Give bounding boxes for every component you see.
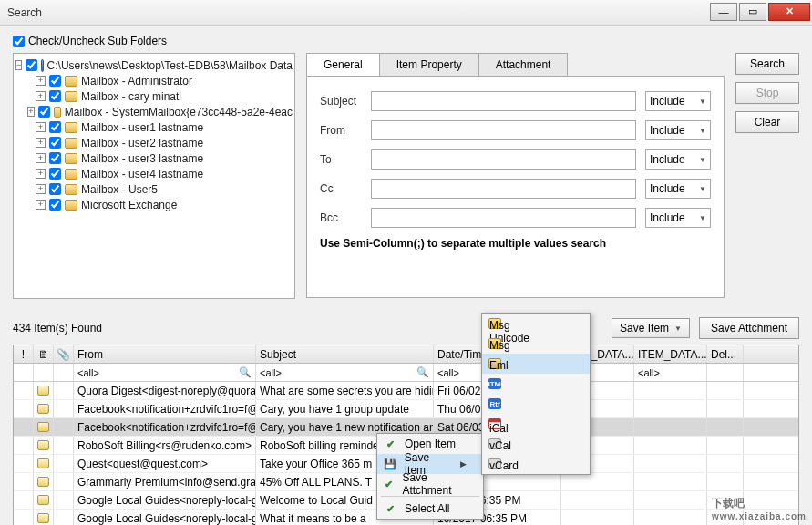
tab-general[interactable]: General bbox=[306, 53, 380, 76]
tree-node-check[interactable] bbox=[49, 137, 61, 149]
tree-node-label: Microsoft Exchange bbox=[81, 199, 177, 211]
mailbox-tree[interactable]: − C:\Users\news\Desktop\Test-EDB\58\Mail… bbox=[13, 53, 295, 299]
tab-panel-general: SubjectInclude▼FromInclude▼ToInclude▼CcI… bbox=[306, 76, 725, 298]
tab-item-property[interactable]: Item Property bbox=[379, 53, 479, 76]
menu-format-msg[interactable]: Msg bbox=[482, 334, 590, 354]
check-subfolders-box[interactable] bbox=[13, 36, 25, 47]
chevron-right-icon: ▶ bbox=[460, 459, 467, 468]
minimize-button[interactable]: — bbox=[710, 3, 737, 21]
bcc-include-select[interactable]: Include▼ bbox=[645, 208, 711, 228]
chevron-down-icon: ▼ bbox=[699, 98, 706, 106]
expand-icon[interactable]: + bbox=[36, 138, 46, 148]
menu-save-attachment[interactable]: ✔ Save Attchment bbox=[377, 474, 483, 494]
context-menu-row[interactable]: ✔ Open Item 💾 Save Item ▶ ✔ Save Attchme… bbox=[376, 433, 484, 520]
tree-node-check[interactable] bbox=[49, 75, 61, 87]
tree-node[interactable]: +Microsoft Exchange bbox=[15, 197, 293, 212]
col-subject[interactable]: Subject bbox=[256, 345, 434, 363]
tree-node[interactable]: +Mailbox - Administrator bbox=[15, 73, 293, 88]
menu-format-eml[interactable]: Eml bbox=[482, 354, 590, 374]
expand-icon[interactable]: + bbox=[36, 184, 46, 194]
menu-select-all[interactable]: ✔ Select All bbox=[377, 499, 483, 519]
stop-button[interactable]: Stop bbox=[735, 82, 799, 104]
col-item-data-2[interactable]: ITEM_DATA... bbox=[634, 345, 707, 363]
mail-icon bbox=[37, 477, 49, 487]
table-row[interactable]: Facebook<notification+zrdvifc1ro=f@f...C… bbox=[14, 400, 798, 418]
to-input[interactable] bbox=[371, 149, 636, 170]
from-include-select[interactable]: Include▼ bbox=[645, 120, 711, 140]
menu-format-html[interactable]: HTML bbox=[482, 374, 590, 394]
tree-node-check[interactable] bbox=[49, 183, 61, 195]
menu-format-ical[interactable]: iCal bbox=[482, 414, 590, 434]
to-include-select[interactable]: Include▼ bbox=[645, 149, 711, 170]
expand-icon[interactable]: + bbox=[36, 169, 46, 179]
save-icon: 💾 bbox=[383, 457, 397, 471]
format-icon: Msg bbox=[488, 338, 501, 349]
tree-node-check[interactable] bbox=[38, 106, 50, 118]
select-all-icon: ✔ bbox=[383, 501, 397, 516]
close-button[interactable]: ✕ bbox=[768, 3, 810, 21]
tree-node-label: Mailbox - User5 bbox=[81, 183, 158, 196]
subject-input[interactable] bbox=[371, 91, 636, 111]
cc-input[interactable] bbox=[371, 179, 636, 199]
expand-icon[interactable]: + bbox=[36, 153, 46, 163]
tree-node[interactable]: +Mailbox - user4 lastname bbox=[15, 166, 293, 181]
expand-icon[interactable]: + bbox=[36, 200, 46, 210]
from-input[interactable] bbox=[371, 120, 636, 140]
tree-node[interactable]: +Mailbox - User5 bbox=[15, 181, 293, 197]
menu-format-rtf[interactable]: Rtf bbox=[482, 394, 590, 414]
field-label-subject: Subject bbox=[320, 95, 371, 108]
tab-attachment[interactable]: Attachment bbox=[478, 53, 569, 76]
tree-root[interactable]: − C:\Users\news\Desktop\Test-EDB\58\Mail… bbox=[15, 57, 293, 73]
context-menu-formats[interactable]: Msg UnicodeMsgEmlHTMLRtfiCalvCalvCard bbox=[481, 313, 591, 475]
filter-from[interactable] bbox=[77, 365, 239, 380]
search-icon[interactable]: 🔍 bbox=[416, 366, 429, 378]
menu-format-vcard[interactable]: vCard bbox=[482, 454, 590, 474]
maximize-button[interactable]: ▭ bbox=[739, 3, 766, 21]
cell-subject: Cary, you have 1 group update bbox=[256, 400, 434, 417]
col-attachment[interactable]: 📎 bbox=[54, 345, 74, 363]
tree-node[interactable]: +Mailbox - cary minati bbox=[15, 88, 293, 104]
tree-root-check[interactable] bbox=[26, 59, 37, 71]
tree-node[interactable]: +Mailbox - user1 lastname bbox=[15, 119, 293, 135]
open-icon: ✔ bbox=[383, 437, 397, 451]
expand-icon[interactable]: + bbox=[36, 122, 46, 132]
clear-button[interactable]: Clear bbox=[735, 111, 799, 133]
col-deleted[interactable]: Del... bbox=[707, 345, 744, 363]
tree-node-check[interactable] bbox=[49, 199, 61, 211]
cc-include-select[interactable]: Include▼ bbox=[645, 179, 711, 199]
tree-node-check[interactable] bbox=[49, 121, 61, 133]
search-icon[interactable]: 🔍 bbox=[239, 366, 252, 378]
search-button[interactable]: Search bbox=[735, 53, 799, 75]
format-icon: vCard bbox=[488, 458, 501, 469]
tree-node[interactable]: +Mailbox - SystemMailbox{e73cc448-5a2e-4… bbox=[15, 104, 293, 119]
tree-node-label: Mailbox - user1 lastname bbox=[81, 121, 203, 134]
col-from[interactable]: From bbox=[74, 345, 256, 363]
tree-node[interactable]: +Mailbox - user3 lastname bbox=[15, 150, 293, 166]
window-title: Search bbox=[7, 6, 708, 19]
check-subfolders[interactable]: Check/Uncheck Sub Folders bbox=[13, 35, 799, 47]
col-type[interactable]: 🗎 bbox=[34, 345, 54, 363]
database-icon bbox=[41, 59, 43, 72]
expand-icon[interactable]: + bbox=[27, 107, 34, 117]
bcc-input[interactable] bbox=[371, 208, 636, 228]
tree-node-label: Mailbox - user2 lastname bbox=[81, 137, 203, 149]
expand-icon[interactable]: + bbox=[36, 76, 46, 86]
col-priority[interactable]: ! bbox=[14, 345, 34, 363]
collapse-icon[interactable]: − bbox=[15, 60, 22, 70]
expand-icon[interactable]: + bbox=[36, 91, 46, 101]
tree-node-check[interactable] bbox=[49, 90, 61, 102]
filter-id2[interactable] bbox=[638, 365, 707, 380]
subject-include-select[interactable]: Include▼ bbox=[645, 91, 711, 111]
save-item-label: Save Item bbox=[620, 322, 669, 335]
menu-format-vcal[interactable]: vCal bbox=[482, 434, 590, 454]
tree-node-check[interactable] bbox=[49, 168, 61, 180]
save-attachment-button[interactable]: Save Attchment bbox=[699, 317, 799, 339]
table-row[interactable]: Quora Digest<digest-noreply@quora.c...Wh… bbox=[14, 382, 798, 400]
menu-format-msg-unicode[interactable]: Msg Unicode bbox=[482, 314, 590, 334]
save-item-dropdown[interactable]: Save Item ▼ bbox=[612, 318, 690, 338]
tree-node-check[interactable] bbox=[49, 152, 61, 164]
format-icon: iCal bbox=[488, 418, 501, 429]
folder-icon bbox=[54, 107, 61, 118]
filter-subject[interactable] bbox=[260, 365, 416, 380]
tree-node[interactable]: +Mailbox - user2 lastname bbox=[15, 135, 293, 150]
